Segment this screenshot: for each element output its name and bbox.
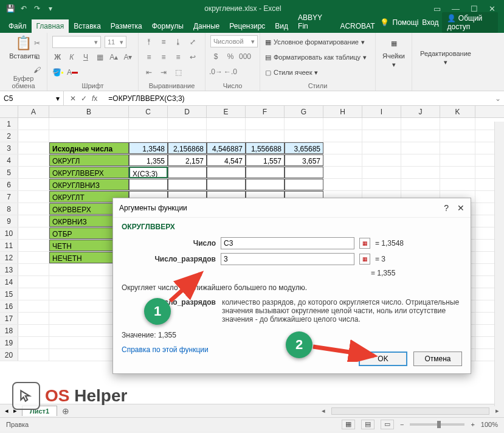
- row-header[interactable]: 20: [0, 349, 18, 361]
- cell[interactable]: ОКРУГЛ: [49, 154, 129, 166]
- decrease-indent-icon[interactable]: ⇤: [143, 67, 154, 78]
- cell[interactable]: ОКРУГЛВНИЗ: [49, 179, 129, 190]
- cell[interactable]: 4,546887: [207, 142, 246, 154]
- signin-label[interactable]: Вход: [422, 18, 438, 27]
- cell[interactable]: 1,557: [246, 154, 285, 166]
- font-size-combo[interactable]: 11▾: [105, 36, 126, 48]
- cell[interactable]: 1,556688: [246, 142, 285, 154]
- zoom-level[interactable]: 100%: [481, 421, 498, 428]
- row-header[interactable]: 4: [0, 154, 18, 166]
- align-top-icon[interactable]: ⭱: [143, 36, 154, 47]
- fill-color-icon[interactable]: 🪣: [52, 67, 63, 78]
- row-header[interactable]: 9: [0, 215, 18, 227]
- cancel-button[interactable]: Отмена: [413, 352, 462, 366]
- col-header[interactable]: K: [440, 106, 475, 117]
- format-painter-icon[interactable]: 🖌: [32, 64, 43, 75]
- cell[interactable]: 3,657: [285, 154, 323, 166]
- increase-font-icon[interactable]: A▴: [109, 52, 119, 63]
- fx-icon[interactable]: fx: [92, 94, 97, 103]
- cell[interactable]: 1,355: [129, 154, 168, 166]
- page-layout-view-icon[interactable]: ▤: [361, 420, 375, 429]
- cell[interactable]: ОКРУГЛВВЕРХ: [49, 167, 129, 178]
- enter-formula-icon[interactable]: ✓: [81, 94, 87, 103]
- row-header[interactable]: 18: [0, 325, 18, 336]
- row-header[interactable]: 15: [0, 288, 18, 300]
- page-break-view-icon[interactable]: ▭: [381, 420, 394, 429]
- cell[interactable]: Исходные числа: [49, 142, 129, 154]
- cell[interactable]: 1,3548: [129, 142, 168, 154]
- col-header[interactable]: D: [168, 106, 207, 117]
- row-header[interactable]: 1: [0, 118, 18, 130]
- tab-formulas[interactable]: Формулы: [147, 19, 188, 33]
- align-center-icon[interactable]: ≡: [158, 52, 169, 63]
- hscroll-right-icon[interactable]: ▸: [495, 407, 499, 415]
- sheet-nav-prev-icon[interactable]: ◂: [5, 407, 9, 415]
- comma-icon[interactable]: 000: [240, 51, 250, 62]
- percent-icon[interactable]: %: [225, 51, 236, 62]
- tab-file[interactable]: Файл: [4, 19, 32, 33]
- redo-icon[interactable]: ↷: [33, 4, 41, 13]
- increase-indent-icon[interactable]: ⇥: [158, 67, 169, 78]
- cell[interactable]: [285, 167, 323, 178]
- row-header[interactable]: 2: [0, 130, 18, 142]
- font-color-icon[interactable]: A: [67, 67, 78, 78]
- underline-icon[interactable]: Ч: [80, 52, 91, 63]
- row-header[interactable]: 14: [0, 276, 18, 288]
- qat-dropdown-icon[interactable]: ▾: [46, 4, 55, 13]
- collapse-dialog-icon[interactable]: ▦: [359, 238, 370, 249]
- row-header[interactable]: 10: [0, 227, 18, 239]
- cell[interactable]: 2,156868: [168, 142, 207, 154]
- merge-icon[interactable]: ⬚: [173, 67, 184, 78]
- col-header[interactable]: A: [18, 106, 49, 117]
- arg2-input[interactable]: [221, 253, 354, 265]
- cut-icon[interactable]: ✂: [32, 38, 43, 49]
- help-icon[interactable]: ?: [444, 203, 449, 213]
- cells-button[interactable]: ▦ Ячейки ▾: [381, 35, 407, 69]
- increase-decimal-icon[interactable]: .0→: [210, 66, 221, 77]
- col-header[interactable]: F: [246, 106, 285, 117]
- cell[interactable]: [207, 167, 246, 178]
- col-header[interactable]: J: [401, 106, 440, 117]
- decrease-decimal-icon[interactable]: ←.0: [225, 66, 236, 77]
- name-box[interactable]: C5 ▾: [0, 91, 64, 105]
- save-icon[interactable]: 💾: [6, 4, 15, 13]
- col-header[interactable]: B: [49, 106, 129, 117]
- accounting-icon[interactable]: $: [210, 51, 221, 62]
- number-format-combo[interactable]: Числовой▾: [210, 35, 258, 47]
- vertical-scrollbar[interactable]: [494, 122, 504, 406]
- share-button[interactable]: 👤 Общий доступ: [442, 12, 498, 33]
- row-header[interactable]: 5: [0, 167, 18, 178]
- arg1-input[interactable]: [221, 237, 354, 249]
- row-header[interactable]: 16: [0, 300, 18, 312]
- row-header[interactable]: 3: [0, 142, 18, 154]
- row-header[interactable]: 7: [0, 191, 18, 203]
- col-header[interactable]: E: [207, 106, 246, 117]
- zoom-in-icon[interactable]: +: [471, 421, 474, 428]
- zoom-slider[interactable]: [410, 423, 464, 426]
- undo-icon[interactable]: ↶: [19, 4, 28, 13]
- col-header[interactable]: C: [129, 106, 168, 117]
- col-header[interactable]: I: [362, 106, 401, 117]
- cell[interactable]: [168, 167, 207, 178]
- font-name-combo[interactable]: ▾: [52, 36, 101, 48]
- border-icon[interactable]: ▦: [95, 52, 105, 63]
- expand-formula-bar-icon[interactable]: ⌄: [492, 94, 504, 103]
- row-header[interactable]: 11: [0, 240, 18, 251]
- align-bottom-icon[interactable]: ⭳: [173, 36, 184, 47]
- tab-acrobat[interactable]: ACROBAT: [335, 19, 379, 33]
- row-header[interactable]: 6: [0, 179, 18, 190]
- tab-insert[interactable]: Вставка: [69, 19, 106, 33]
- tab-home[interactable]: Главная: [32, 19, 69, 33]
- help-label[interactable]: Помощі: [393, 18, 419, 27]
- col-header[interactable]: H: [323, 106, 362, 117]
- row-header[interactable]: 13: [0, 264, 18, 275]
- select-all-button[interactable]: [0, 106, 18, 117]
- row-header[interactable]: 8: [0, 203, 18, 215]
- row-header[interactable]: 12: [0, 252, 18, 263]
- cancel-formula-icon[interactable]: ✕: [70, 94, 76, 103]
- tab-abbyy[interactable]: ABBYY Fin: [293, 11, 335, 33]
- italic-icon[interactable]: К: [66, 52, 77, 63]
- align-middle-icon[interactable]: ≡: [158, 36, 169, 47]
- horizontal-scrollbar[interactable]: [331, 407, 489, 415]
- cell[interactable]: [246, 167, 285, 178]
